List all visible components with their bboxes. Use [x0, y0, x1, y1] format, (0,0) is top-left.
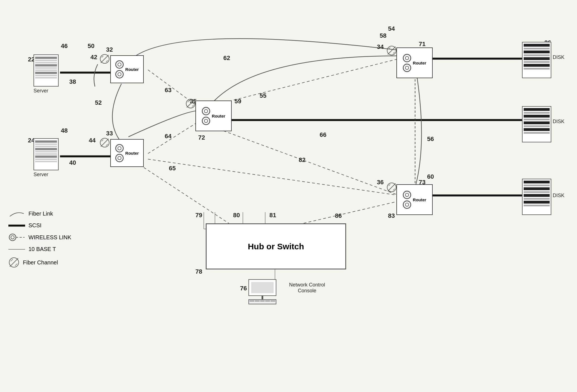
svg-line-36 — [388, 183, 396, 191]
disk-28 — [522, 106, 551, 142]
disk-26-label: DISK — [553, 54, 564, 60]
label-65: 65 — [169, 165, 176, 172]
svg-line-29 — [188, 101, 189, 102]
server-22-label: Server — [33, 88, 48, 94]
svg-line-24 — [101, 139, 109, 147]
label-50: 50 — [88, 42, 94, 50]
scsi-label: SCSI — [28, 222, 42, 229]
svg-line-9 — [148, 159, 399, 195]
svg-line-46 — [11, 259, 13, 261]
label-33: 33 — [106, 130, 113, 137]
svg-line-38 — [393, 189, 395, 190]
fiber-channel-legend-icon — [8, 257, 20, 268]
label-46: 46 — [61, 42, 68, 50]
label-79: 79 — [195, 212, 202, 219]
svg-point-40 — [9, 234, 16, 241]
label-44: 44 — [89, 137, 95, 144]
router-34: Router — [396, 47, 433, 78]
svg-line-37 — [389, 184, 390, 186]
disk-30-label: DISK — [553, 193, 564, 199]
wireless-label: WIRELESS LINK — [28, 234, 71, 241]
label-63: 63 — [165, 87, 171, 94]
label-62: 62 — [223, 54, 230, 62]
label-40: 40 — [69, 159, 76, 166]
svg-line-21 — [102, 56, 103, 58]
label-34: 34 — [377, 43, 384, 51]
hub-switch: Hub or Switch — [206, 223, 346, 269]
label-52: 52 — [95, 99, 102, 106]
svg-line-7 — [140, 165, 229, 223]
network-diagram: 22 24 26 28 30 32 33 34 35 36 38 40 42 4… — [0, 0, 577, 392]
label-71: 71 — [419, 40, 425, 48]
svg-line-45 — [10, 258, 18, 267]
label-36: 36 — [377, 179, 384, 186]
label-59: 59 — [234, 98, 241, 105]
fiber-link-icon — [8, 209, 25, 218]
label-83: 83 — [388, 212, 395, 219]
server-24-label: Server — [33, 172, 48, 178]
router-36: Router — [396, 184, 433, 215]
fiber-channel-36 — [386, 182, 397, 193]
disk-26 — [522, 42, 551, 78]
svg-line-32 — [388, 47, 396, 54]
label-42: 42 — [90, 54, 97, 61]
diagram-svg — [0, 0, 577, 392]
label-64: 64 — [165, 133, 171, 140]
svg-line-47 — [15, 264, 17, 266]
console-icon — [246, 279, 279, 304]
label-55: 55 — [260, 92, 266, 99]
disk-30 — [522, 179, 551, 215]
label-81: 81 — [269, 212, 276, 219]
svg-line-22 — [106, 60, 108, 62]
base-t-label: 10 BASE T — [28, 246, 56, 252]
label-54: 54 — [388, 25, 395, 32]
disk-28-label: DISK — [553, 119, 564, 125]
legend: Fiber Link SCSI WIRELESS LINK 10 BASE T — [8, 209, 71, 273]
server-22 — [33, 54, 59, 87]
router-32: Router — [110, 55, 144, 83]
label-86: 86 — [335, 212, 342, 219]
wireless-icon — [8, 233, 25, 242]
base-t-icon — [8, 247, 25, 252]
svg-line-25 — [102, 140, 103, 141]
label-80: 80 — [233, 212, 240, 219]
scsi-icon — [8, 223, 25, 228]
label-48: 48 — [61, 127, 68, 134]
svg-line-30 — [192, 105, 194, 107]
fiber-channel-44 — [99, 137, 110, 148]
console-label: Network ControlConsole — [282, 282, 332, 294]
label-60: 60 — [427, 173, 434, 180]
label-82: 82 — [299, 156, 305, 164]
svg-line-20 — [101, 55, 109, 63]
fiber-channel-legend-label: Fiber Channel — [23, 259, 58, 266]
svg-line-34 — [393, 52, 395, 54]
label-56: 56 — [427, 135, 434, 143]
label-72: 72 — [198, 134, 205, 141]
label-78: 78 — [195, 268, 202, 275]
server-24 — [33, 138, 59, 170]
fiber-channel-34 — [386, 45, 397, 56]
label-38: 38 — [69, 78, 76, 85]
fiber-link-label: Fiber Link — [28, 211, 53, 217]
svg-line-6 — [148, 120, 201, 154]
router-35: Router — [195, 101, 232, 131]
fiber-channel-42 — [99, 54, 110, 64]
label-32: 32 — [106, 46, 113, 53]
fiber-channel-35 — [185, 98, 196, 109]
label-66: 66 — [320, 131, 326, 138]
label-58: 58 — [380, 32, 386, 39]
router-33: Router — [110, 139, 144, 167]
svg-point-41 — [11, 236, 14, 239]
svg-line-26 — [106, 144, 108, 146]
svg-line-28 — [187, 100, 195, 107]
svg-line-33 — [389, 47, 390, 49]
